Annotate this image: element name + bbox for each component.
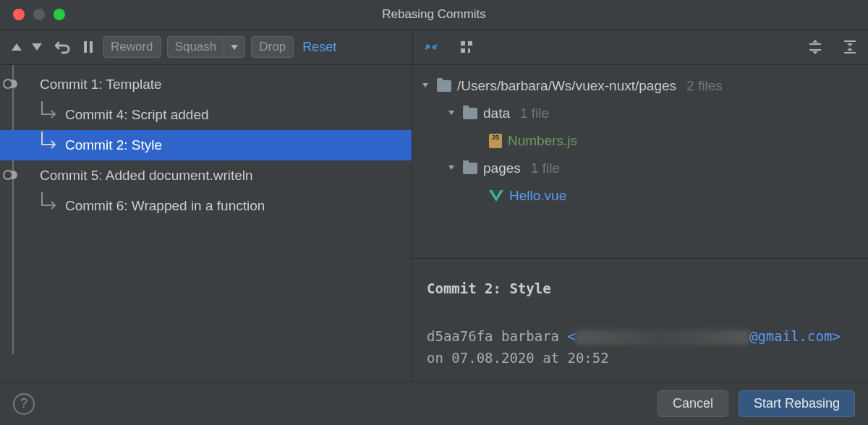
commit-message: Commit 2: Style <box>427 280 854 296</box>
svg-marker-4 <box>231 45 238 50</box>
toolbar-left: Reword Squash Drop Reset <box>0 30 412 64</box>
tree-folder-label: data <box>483 103 510 124</box>
tree-folder-meta: 1 file <box>520 103 549 124</box>
toolbars: Reword Squash Drop Reset <box>0 29 868 65</box>
commit-row[interactable]: Commit 4: Script added <box>0 100 412 130</box>
right-panel: /Users/barbara/Ws/vuex-nuxt/pages 2 file… <box>412 65 868 382</box>
commit-hash: d5aa76fa <box>427 328 493 344</box>
svg-marker-16 <box>847 48 853 51</box>
drop-button[interactable]: Drop <box>251 36 294 58</box>
chevron-down-icon[interactable] <box>447 158 457 179</box>
svg-marker-22 <box>422 83 428 87</box>
commit-list: Commit 1: Template Commit 4: Script adde… <box>0 65 412 221</box>
window-controls <box>0 9 65 20</box>
help-button[interactable]: ? <box>13 393 35 415</box>
svg-marker-1 <box>32 43 42 51</box>
maximize-window-icon[interactable] <box>54 9 65 20</box>
tree-file[interactable]: JS Numbers.js <box>418 127 862 155</box>
commit-author: barbara <box>501 328 559 344</box>
chevron-down-icon[interactable] <box>421 76 431 96</box>
footer-actions: Cancel Start Rebasing <box>658 390 855 417</box>
fixup-arrow-icon <box>36 192 58 212</box>
commit-author-line: d5aa76fa barbara <@gmail.com> <box>427 325 854 347</box>
reword-button[interactable]: Reword <box>103 36 161 58</box>
tree-folder-label: pages <box>483 158 521 179</box>
collapse-all-icon[interactable] <box>839 36 861 58</box>
svg-marker-24 <box>448 166 454 170</box>
expand-all-icon[interactable] <box>804 36 826 58</box>
svg-marker-10 <box>812 40 818 43</box>
start-rebasing-button[interactable]: Start Rebasing <box>739 390 855 417</box>
svg-rect-7 <box>461 48 465 53</box>
commit-email-suffix: @gmail.com <box>749 328 832 344</box>
undo-icon[interactable] <box>52 37 74 57</box>
main-area: Commit 1: Template Commit 4: Script adde… <box>0 65 868 382</box>
tree-file-label: Hello.vue <box>509 186 566 206</box>
tree-root-meta: 2 files <box>686 76 723 96</box>
close-window-icon[interactable] <box>13 9 25 20</box>
tree-file[interactable]: Hello.vue <box>418 182 862 210</box>
toolbar-right <box>412 30 868 64</box>
commit-row[interactable]: Commit 5: Added document.writeln <box>0 160 412 191</box>
svg-marker-14 <box>847 43 853 46</box>
commit-row[interactable]: Commit 1: Template <box>0 69 412 100</box>
tree-root-path: /Users/barbara/Ws/vuex-nuxt/pages <box>457 76 676 96</box>
folder-icon <box>463 163 477 174</box>
commit-row[interactable]: Commit 6: Wrapped in a function <box>0 191 412 221</box>
svg-rect-3 <box>90 41 93 53</box>
svg-rect-5 <box>461 41 465 46</box>
commit-row-selected[interactable]: Commit 2: Style <box>0 130 412 160</box>
commit-date-line: on 07.08.2020 at 20:52 <box>427 347 854 369</box>
pause-icon[interactable] <box>80 38 97 56</box>
minimize-window-icon[interactable] <box>33 9 45 20</box>
tree-folder-meta: 1 file <box>531 158 560 179</box>
move-up-icon[interactable] <box>7 38 26 56</box>
collapse-diff-icon[interactable] <box>420 36 442 58</box>
commit-list-panel: Commit 1: Template Commit 4: Script adde… <box>0 65 412 382</box>
folder-icon <box>463 108 477 119</box>
file-tree: /Users/barbara/Ws/vuex-nuxt/pages 2 file… <box>412 65 868 258</box>
squash-button-group: Squash <box>167 36 246 58</box>
tree-folder[interactable]: data 1 file <box>418 100 862 127</box>
title-bar: Rebasing Commits <box>0 0 868 29</box>
reset-link[interactable]: Reset <box>299 40 336 55</box>
svg-marker-0 <box>12 43 22 51</box>
svg-marker-12 <box>812 51 818 54</box>
commit-label: Commit 4: Script added <box>65 107 209 122</box>
chevron-down-icon[interactable] <box>447 103 457 124</box>
squash-dropdown[interactable] <box>224 36 245 58</box>
tree-file-label: Numbers.js <box>508 131 577 151</box>
svg-rect-6 <box>468 41 472 46</box>
vue-file-icon <box>489 189 503 202</box>
fixup-arrow-icon <box>36 132 58 152</box>
svg-marker-23 <box>448 111 454 115</box>
email-redacted <box>576 330 749 345</box>
squash-button[interactable]: Squash <box>167 36 224 58</box>
footer: ? Cancel Start Rebasing <box>0 382 868 425</box>
reorder-controls <box>7 38 46 56</box>
js-file-icon: JS <box>489 134 502 148</box>
move-down-icon[interactable] <box>27 38 46 56</box>
tree-root[interactable]: /Users/barbara/Ws/vuex-nuxt/pages 2 file… <box>418 72 862 100</box>
commit-label: Commit 2: Style <box>65 137 162 153</box>
commit-label: Commit 6: Wrapped in a function <box>65 198 265 213</box>
folder-icon <box>437 80 451 92</box>
fixup-arrow-icon <box>36 101 58 121</box>
svg-rect-8 <box>468 48 470 53</box>
window-title: Rebasing Commits <box>382 7 486 22</box>
svg-rect-2 <box>84 41 87 53</box>
cancel-button[interactable]: Cancel <box>658 390 728 417</box>
tree-folder[interactable]: pages 1 file <box>418 155 862 182</box>
group-view-icon[interactable] <box>456 37 478 57</box>
commit-details: Commit 2: Style d5aa76fa barbara <@gmail… <box>412 258 868 382</box>
